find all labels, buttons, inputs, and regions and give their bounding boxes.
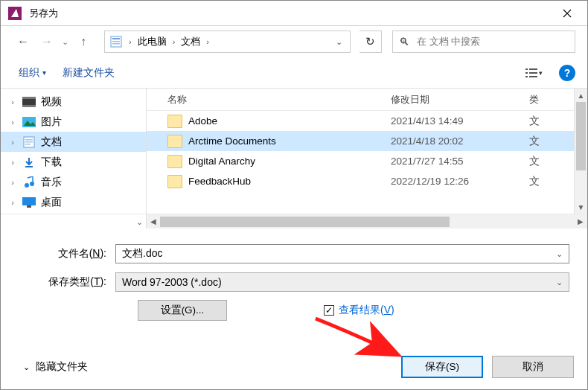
back-button[interactable]: ← [13, 31, 33, 52]
view-options-button[interactable]: ▾ [520, 63, 547, 83]
caret-down-icon[interactable]: ⌄ [556, 278, 563, 287]
list-view-icon [525, 68, 537, 78]
svg-point-20 [25, 183, 29, 188]
form-area: 文件名(N): 文档.doc ⌄ 保存类型(T): Word 97-2003 (… [1, 228, 587, 321]
chevron-right-icon: › [8, 158, 17, 167]
desktop-icon [22, 196, 36, 209]
cancel-button[interactable]: 取消 [492, 356, 574, 378]
organize-button[interactable]: 组织 ▾ [13, 63, 52, 83]
svg-rect-5 [525, 68, 528, 70]
scroll-right-icon[interactable]: ▶ [574, 214, 587, 228]
save-as-dialog: 另存为 ← → ⌄ ↑ › 此电脑 › 文档 › ⌄ ↻ 🔍︎ 在 [0, 0, 588, 390]
refresh-button[interactable]: ↻ [359, 31, 382, 53]
address-bar[interactable]: › 此电脑 › 文档 › ⌄ [104, 31, 351, 53]
pictures-icon [22, 115, 36, 129]
chevron-right-icon: › [8, 138, 17, 147]
caret-down-icon: ▾ [42, 68, 46, 77]
list-rows: Adobe 2021/4/13 14:49 文 Arctime Document… [147, 111, 587, 214]
music-icon [22, 176, 36, 189]
toolbar: 组织 ▾ 新建文件夹 ▾ ? [1, 57, 587, 89]
settings-button[interactable]: 设置(G)... [138, 300, 227, 321]
table-row[interactable]: FeedbackHub 2022/12/19 12:26 文 [147, 171, 587, 191]
chevron-right-icon: › [8, 98, 17, 106]
folder-icon [167, 175, 182, 188]
view-result-checkbox[interactable]: ✓ 查看结果(V) [324, 304, 394, 317]
new-folder-button[interactable]: 新建文件夹 [57, 63, 121, 83]
vertical-scrollbar[interactable]: ▲ ▼ [574, 89, 587, 214]
scroll-thumb[interactable] [576, 102, 586, 170]
chevron-right-icon: › [8, 198, 17, 207]
downloads-icon [22, 156, 36, 169]
filename-label: 文件名(N): [19, 247, 115, 260]
svg-rect-7 [525, 72, 528, 74]
search-input[interactable]: 🔍︎ 在 文档 中搜索 [392, 31, 575, 53]
sidebar-item-downloads[interactable]: › 下载 [1, 152, 146, 172]
crumb-documents[interactable]: 文档 [181, 35, 200, 48]
svg-rect-6 [529, 68, 537, 70]
forward-button[interactable]: → [36, 31, 57, 52]
svg-point-21 [30, 182, 34, 186]
chevron-right-icon: › [173, 37, 176, 46]
address-dropdown[interactable]: ⌄ [329, 31, 348, 52]
filetype-select[interactable]: Word 97-2003 (*.doc) ⌄ [115, 272, 569, 292]
chevron-right-icon: › [8, 178, 17, 187]
svg-rect-18 [25, 144, 31, 145]
sidebar-item-documents[interactable]: › 文档 [1, 132, 146, 152]
svg-rect-19 [25, 166, 33, 167]
sidebar-scroll-down-icon[interactable]: ⌄ [1, 214, 147, 228]
column-date[interactable]: 修改日期 [391, 93, 525, 106]
caret-down-icon: ▾ [539, 69, 543, 77]
sidebar: › 视频 › 图片 › 文档 › 下载 › 音乐 [1, 89, 147, 214]
save-button[interactable]: 保存(S) [401, 356, 483, 378]
videos-icon [22, 95, 36, 109]
svg-rect-12 [22, 97, 36, 99]
filetype-label: 保存类型(T): [19, 275, 115, 289]
up-button[interactable]: ↑ [73, 31, 94, 52]
app-icon [8, 7, 22, 20]
sidebar-item-videos[interactable]: › 视频 [1, 92, 146, 112]
svg-rect-2 [112, 38, 120, 39]
crumb-this-pc[interactable]: 此电脑 [138, 35, 167, 48]
scroll-left-icon[interactable]: ◀ [147, 214, 160, 228]
scroll-thumb[interactable] [160, 217, 450, 227]
table-row[interactable]: Adobe 2021/4/13 14:49 文 [147, 111, 587, 131]
close-button[interactable] [550, 2, 584, 25]
recent-dropdown-icon[interactable]: ⌄ [62, 37, 68, 47]
breadcrumb[interactable]: › 此电脑 › 文档 › [129, 35, 209, 48]
chevron-down-icon: ⌄ [23, 362, 30, 372]
svg-rect-16 [25, 139, 33, 141]
svg-rect-17 [25, 141, 33, 143]
filename-input[interactable]: 文档.doc ⌄ [115, 244, 569, 263]
column-name[interactable]: 名称 [167, 93, 391, 106]
search-icon: 🔍︎ [399, 36, 409, 48]
folder-icon [167, 135, 182, 148]
folder-icon [167, 155, 182, 168]
explorer-body: › 视频 › 图片 › 文档 › 下载 › 音乐 [1, 89, 587, 214]
svg-rect-3 [112, 41, 120, 42]
view-result-link[interactable]: 查看结果(V) [339, 304, 394, 317]
table-row[interactable]: Digital Anarchy 2021/7/27 14:55 文 [147, 151, 587, 171]
chevron-right-icon: › [129, 37, 132, 46]
svg-rect-13 [22, 105, 36, 107]
documents-icon [22, 135, 36, 149]
hide-folders-toggle[interactable]: ⌄ 隐藏文件夹 [23, 360, 88, 374]
sidebar-item-music[interactable]: › 音乐 [1, 172, 146, 192]
help-button[interactable]: ? [559, 65, 575, 81]
checkbox-icon[interactable]: ✓ [324, 305, 334, 316]
table-row[interactable]: Arctime Documents 2021/4/18 20:02 文 [147, 131, 587, 151]
hscroll-row: ⌄ ◀ ▶ [1, 214, 587, 228]
scroll-down-icon[interactable]: ▼ [575, 200, 587, 214]
sidebar-item-desktop[interactable]: › 桌面 [1, 192, 146, 212]
caret-down-icon[interactable]: ⌄ [556, 249, 563, 259]
folder-icon [167, 115, 182, 128]
svg-rect-22 [22, 197, 36, 205]
sidebar-item-pictures[interactable]: › 图片 [1, 112, 146, 132]
svg-rect-23 [27, 205, 31, 208]
svg-rect-9 [525, 76, 528, 77]
scroll-up-icon[interactable]: ▲ [575, 89, 587, 102]
search-placeholder: 在 文档 中搜索 [417, 35, 480, 48]
horizontal-scrollbar[interactable]: ◀ ▶ [147, 214, 587, 228]
svg-rect-8 [529, 72, 537, 74]
svg-rect-4 [112, 43, 120, 45]
location-icon [109, 35, 123, 48]
